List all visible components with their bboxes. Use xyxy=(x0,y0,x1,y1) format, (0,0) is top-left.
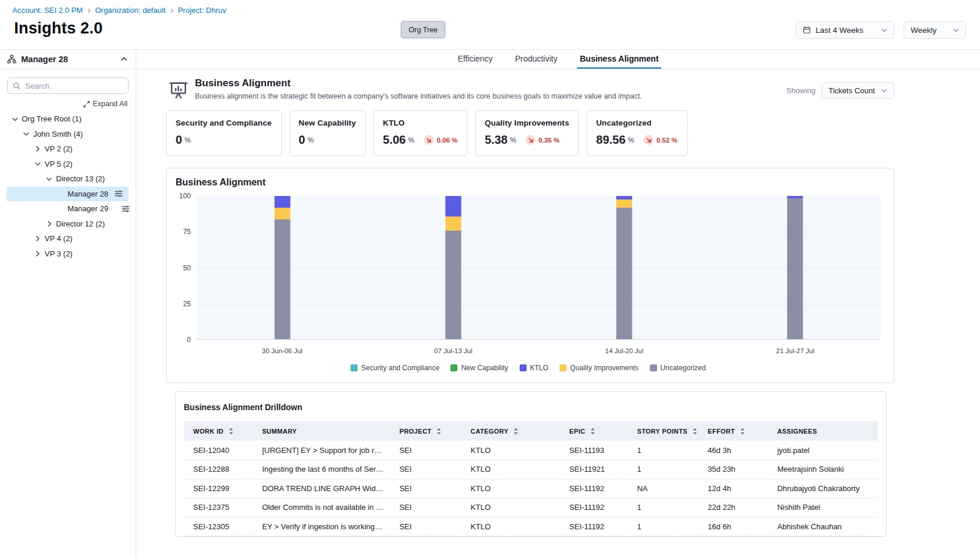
metric-unit: % xyxy=(628,136,634,144)
chevron-right-icon[interactable] xyxy=(45,219,53,228)
tree-item-manager-28[interactable]: Manager 28 xyxy=(6,187,129,202)
tree-item-director-12-2[interactable]: Director 12 (2) xyxy=(0,217,136,232)
chevron-down-icon xyxy=(881,28,887,32)
interval-value: Weekly xyxy=(911,26,937,35)
table-row-sei-12288[interactable]: SEI-12288Ingesting the last 6 months of … xyxy=(184,460,878,479)
tree-item-director-13-2[interactable]: Director 13 (2) xyxy=(0,171,136,187)
sliders-icon[interactable] xyxy=(113,188,124,199)
chevron-down-icon[interactable] xyxy=(22,130,31,138)
legend-item-quality-improvements[interactable]: Quality Improvements xyxy=(560,364,639,372)
trend-down-icon xyxy=(424,135,434,145)
legend-swatch xyxy=(450,364,457,371)
cell-story-points: 1 xyxy=(628,441,698,460)
stacked-bar-07-jul-13-jul[interactable] xyxy=(445,196,461,339)
legend-swatch xyxy=(560,364,567,371)
expand-all-button[interactable]: Expand All xyxy=(0,100,127,108)
bar-segment-quality-improvements[interactable] xyxy=(274,208,290,220)
tree-item-vp-4-2[interactable]: VP 4 (2) xyxy=(0,231,136,246)
cell-story-points: 1 xyxy=(628,517,698,536)
bar-segment-uncategorized[interactable] xyxy=(274,219,290,339)
cell-assignees: jyoti.patel xyxy=(768,441,878,460)
cell-work-id: SEI-12040 xyxy=(184,441,252,460)
tab-productivity[interactable]: Productivity xyxy=(513,50,560,69)
table-row-sei-12305[interactable]: SEI-12305EY > Verify if ingestion is wor… xyxy=(184,517,878,536)
bar-segment-uncategorized[interactable] xyxy=(617,208,632,339)
sort-icon[interactable] xyxy=(513,428,519,435)
chevron-down-icon[interactable] xyxy=(45,175,53,183)
tree-item-manager-29[interactable]: Manager 29 xyxy=(0,201,136,217)
bar-segment-uncategorized[interactable] xyxy=(445,231,461,339)
metric-delta: 0.35 % xyxy=(526,135,560,145)
tree-item-vp-3-2[interactable]: VP 3 (2) xyxy=(0,246,136,262)
column-header-work-id[interactable]: WORK ID xyxy=(184,421,252,441)
org-tree-sidebar: Manager 28 Expand All Org Tree Root (1)J… xyxy=(0,50,136,558)
org-tree-button[interactable]: Org Tree xyxy=(401,21,445,38)
cell-epic: SEI-11192 xyxy=(560,479,628,498)
metric-label: KTLO xyxy=(383,119,457,127)
chevron-down-icon[interactable] xyxy=(11,115,19,123)
tree-item-vp-5-2[interactable]: VP 5 (2) xyxy=(0,157,136,172)
column-header-story-points[interactable]: STORY POINTS xyxy=(628,421,698,441)
tree-item-label: VP 4 (2) xyxy=(45,234,136,243)
legend-item-security-and-compliance[interactable]: Security and Compliance xyxy=(351,364,439,372)
sort-icon[interactable] xyxy=(228,428,234,435)
tab-business-alignment[interactable]: Business Alignment xyxy=(577,50,661,69)
cell-summary: DORA TREND LINE GRAPH Widgets is n... xyxy=(252,479,390,498)
sort-icon[interactable] xyxy=(692,428,698,435)
search-input[interactable] xyxy=(25,82,129,90)
cell-work-id: SEI-12375 xyxy=(184,498,252,518)
tree-item-org-tree-root-1[interactable]: Org Tree Root (1) xyxy=(0,111,136,127)
cell-category: KTLO xyxy=(462,498,560,518)
sort-icon[interactable] xyxy=(739,428,746,435)
legend-item-ktlo[interactable]: KTLO xyxy=(520,364,548,372)
tree-item-label: VP 2 (2) xyxy=(45,144,136,153)
breadcrumb-project-link[interactable]: Project: Dhruv xyxy=(178,6,226,15)
table-row-sei-12375[interactable]: SEI-12375Older Commits is not available … xyxy=(184,498,878,518)
tree-item-label: VP 3 (2) xyxy=(45,249,136,258)
chevron-right-icon[interactable] xyxy=(33,145,42,153)
bar-segment-uncategorized[interactable] xyxy=(787,198,803,339)
chart-card: Business Alignment 0255075100 30 Jun-06 … xyxy=(166,168,894,383)
chevron-down-icon[interactable] xyxy=(33,160,42,168)
column-header-epic[interactable]: EPIC xyxy=(560,421,628,441)
tab-efficiency[interactable]: Efficiency xyxy=(455,50,495,69)
y-axis-tick: 25 xyxy=(183,300,191,308)
metric-value: 5.38 xyxy=(484,133,507,147)
showing-dropdown[interactable]: Tickets Count xyxy=(821,82,894,99)
chevron-up-icon[interactable] xyxy=(120,57,127,62)
sort-icon[interactable] xyxy=(436,428,442,435)
column-header-project[interactable]: PROJECT xyxy=(390,421,461,441)
bar-segment-ktlo[interactable] xyxy=(445,196,461,217)
sliders-icon[interactable] xyxy=(120,204,131,214)
stacked-bar-21-jul-27-jul[interactable] xyxy=(787,196,803,339)
chevron-right-icon[interactable] xyxy=(33,249,42,258)
breadcrumb-organization-link[interactable]: Organization: default xyxy=(95,6,166,15)
date-range-dropdown[interactable]: Last 4 Weeks xyxy=(796,21,894,39)
metric-delta-value: 0.52 % xyxy=(656,137,678,144)
page-header: Account: SEI 2.0 PM Organization: defaul… xyxy=(0,0,980,50)
legend-item-uncategorized[interactable]: Uncategorized xyxy=(650,364,706,372)
bar-segment-quality-improvements[interactable] xyxy=(617,199,632,207)
column-header-effort[interactable]: EFFORT xyxy=(698,421,767,441)
tree-item-john-smith-4[interactable]: John Smith (4) xyxy=(0,127,136,142)
column-header-assignees: ASSIGNEES xyxy=(768,421,878,441)
stacked-bar-14-jul-20-jul[interactable] xyxy=(617,196,632,339)
chevron-right-icon[interactable] xyxy=(33,235,42,243)
table-row-sei-12299[interactable]: SEI-12299DORA TREND LINE GRAPH Widgets i… xyxy=(184,479,878,498)
cell-category: KTLO xyxy=(462,479,560,498)
cell-project: SEI xyxy=(390,498,461,518)
cell-category: KTLO xyxy=(462,441,560,460)
cell-project: SEI xyxy=(390,460,461,479)
legend-item-new-capability[interactable]: New Capability xyxy=(450,364,508,372)
table-row-sei-12040[interactable]: SEI-12040[URGENT] EY > Support for job r… xyxy=(184,441,878,460)
sort-icon[interactable] xyxy=(590,428,596,435)
bar-segment-ktlo[interactable] xyxy=(274,196,290,208)
bar-segment-quality-improvements[interactable] xyxy=(445,217,461,230)
cell-assignees: Nishith Patel xyxy=(768,498,878,518)
date-range-value: Last 4 Weeks xyxy=(816,26,864,35)
column-header-category[interactable]: CATEGORY xyxy=(462,421,560,441)
interval-dropdown[interactable]: Weekly xyxy=(904,21,966,39)
stacked-bar-30-jun-06-jul[interactable] xyxy=(274,196,290,339)
breadcrumb-account-link[interactable]: Account: SEI 2.0 PM xyxy=(12,6,83,15)
tree-item-vp-2-2[interactable]: VP 2 (2) xyxy=(0,141,136,157)
